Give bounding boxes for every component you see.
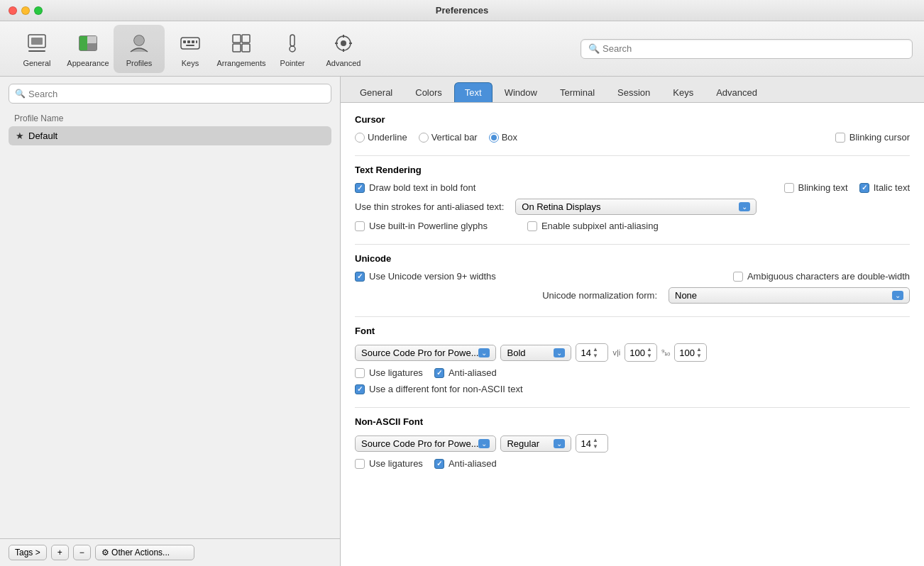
other-actions-button[interactable]: ⚙ Other Actions... xyxy=(95,545,194,560)
sidebar-search-box[interactable]: 🔍 xyxy=(9,84,331,104)
tab-advanced[interactable]: Advanced xyxy=(705,82,768,102)
diff-font-row: Use a different font for non-ASCII text xyxy=(355,384,910,394)
anti-aliased-label: Anti-aliased xyxy=(449,367,497,378)
non-ascii-size-up[interactable]: ▲ xyxy=(593,437,598,443)
main-layout: 🔍 Profile Name ★ Default Tags > + − ⚙ Ot… xyxy=(0,77,924,566)
font-name-value: Source Code Pro for Powe... xyxy=(361,348,478,358)
non-ascii-font-title: Non-ASCII Font xyxy=(355,416,910,427)
remove-profile-button[interactable]: − xyxy=(73,545,91,560)
font-main-row: Source Code Pro for Powe... ⌄ Bold ⌄ 14 … xyxy=(355,343,910,362)
ambiguous-label: Ambiguous characters are double-width xyxy=(747,271,910,282)
font-size-box[interactable]: 14 ▲ ▼ xyxy=(576,343,608,362)
maximize-button[interactable] xyxy=(34,6,43,15)
unicode-section: Unicode Use Unicode version 9+ widths Am… xyxy=(355,253,910,304)
tab-window[interactable]: Window xyxy=(494,82,548,102)
draw-bold-checkbox[interactable] xyxy=(355,183,365,193)
anti-aliased-checkbox[interactable] xyxy=(434,368,444,378)
h-stepper[interactable]: ▲ ▼ xyxy=(696,346,702,359)
subpixel-label: Enable subpixel anti-aliasing xyxy=(541,221,659,231)
toolbar-search-box[interactable]: 🔍 xyxy=(581,39,913,59)
font-style-select[interactable]: Bold ⌄ xyxy=(500,345,571,361)
non-ascii-anti-aliased-label: Anti-aliased xyxy=(449,458,497,469)
blinking-cursor-group: Blinking cursor xyxy=(835,132,910,143)
tab-keys[interactable]: Keys xyxy=(662,82,704,102)
normalization-row: Unicode normalization form: None ⌄ xyxy=(355,287,910,304)
arrangements-icon xyxy=(229,30,254,56)
h-down[interactable]: ▼ xyxy=(696,353,702,359)
vli-down[interactable]: ▼ xyxy=(647,353,652,359)
toolbar-profiles[interactable]: Profiles xyxy=(114,25,165,73)
toolbar-pointer[interactable]: Pointer xyxy=(267,25,318,73)
toolbar-general[interactable]: General xyxy=(11,25,62,73)
cursor-vertical-bar-radio[interactable] xyxy=(419,133,429,143)
non-ascii-anti-aliased-checkbox[interactable] xyxy=(434,459,444,469)
thin-strokes-select[interactable]: On Retina Displays ⌄ xyxy=(515,199,757,215)
normalization-value: None xyxy=(675,290,697,301)
font-size-up[interactable]: ▲ xyxy=(593,346,598,353)
add-profile-button[interactable]: + xyxy=(51,545,69,560)
toolbar-appearance[interactable]: Appearance xyxy=(62,25,114,73)
non-ascii-font-select[interactable]: Source Code Pro for Powe... ⌄ xyxy=(355,435,496,452)
use-unicode-checkbox[interactable] xyxy=(355,272,365,282)
content-body: Cursor Underline Vertical bar Box xyxy=(341,103,924,566)
non-ascii-ligatures-checkbox[interactable] xyxy=(355,459,365,469)
vli-up[interactable]: ▲ xyxy=(647,346,652,353)
non-ascii-size-box[interactable]: 14 ▲ ▼ xyxy=(576,434,608,453)
cursor-box-option[interactable]: Box xyxy=(489,132,517,143)
profile-item-default[interactable]: ★ Default xyxy=(9,126,331,145)
diff-font-checkbox[interactable] xyxy=(355,384,365,394)
sidebar: 🔍 Profile Name ★ Default Tags > + − ⚙ Ot… xyxy=(0,77,341,566)
font-name-select[interactable]: Source Code Pro for Powe... ⌄ xyxy=(355,345,496,361)
svg-rect-1 xyxy=(28,50,45,52)
tab-text[interactable]: Text xyxy=(454,82,493,102)
font-options-row1: Use ligatures Anti-aliased xyxy=(355,367,910,378)
h-up[interactable]: ▲ xyxy=(696,346,702,353)
anti-aliased-group: Anti-aliased xyxy=(434,367,497,378)
toolbar-general-label: General xyxy=(23,59,50,67)
normalization-select[interactable]: None ⌄ xyxy=(669,287,910,304)
tab-session[interactable]: Session xyxy=(607,82,661,102)
toolbar-appearance-label: Appearance xyxy=(67,59,109,67)
vli-stepper[interactable]: ▲ ▼ xyxy=(647,346,652,359)
sidebar-search-input[interactable] xyxy=(28,89,325,99)
non-ascii-style-select[interactable]: Regular ⌄ xyxy=(500,435,571,452)
tab-general[interactable]: General xyxy=(349,82,403,102)
ligatures-checkbox[interactable] xyxy=(355,368,365,378)
cursor-underline-option[interactable]: Underline xyxy=(355,132,407,143)
cursor-vertical-bar-option[interactable]: Vertical bar xyxy=(419,132,478,143)
toolbar-keys[interactable]: Keys xyxy=(165,25,216,73)
cursor-underline-radio[interactable] xyxy=(355,133,365,143)
h-value: 100 xyxy=(679,348,695,358)
subpixel-checkbox[interactable] xyxy=(527,221,537,231)
tab-terminal[interactable]: Terminal xyxy=(549,82,605,102)
cursor-box-radio[interactable] xyxy=(489,133,499,143)
tags-button[interactable]: Tags > xyxy=(9,545,47,560)
pointer-icon xyxy=(280,30,305,56)
close-button[interactable] xyxy=(9,6,17,15)
non-ascii-size-stepper[interactable]: ▲ ▼ xyxy=(593,437,598,450)
divider-2 xyxy=(355,244,910,245)
minimize-button[interactable] xyxy=(21,6,30,15)
italic-text-checkbox[interactable] xyxy=(859,183,869,193)
toolbar-arrangements[interactable]: Arrangements xyxy=(216,25,267,73)
blinking-text-checkbox[interactable] xyxy=(784,183,794,193)
h-value-box[interactable]: 100 ▲ ▼ xyxy=(674,343,707,362)
non-ascii-ligatures-label: Use ligatures xyxy=(369,458,423,469)
non-ascii-size-down[interactable]: ▼ xyxy=(593,443,598,450)
normalization-label: Unicode normalization form: xyxy=(542,290,657,301)
font-size-stepper[interactable]: ▲ ▼ xyxy=(593,346,598,359)
toolbar-pointer-label: Pointer xyxy=(280,59,305,67)
tab-colors[interactable]: Colors xyxy=(405,82,453,102)
toolbar-search-input[interactable] xyxy=(603,43,905,54)
powerline-checkbox[interactable] xyxy=(355,221,365,231)
vli-value-box[interactable]: 100 ▲ ▼ xyxy=(625,343,657,362)
blinking-cursor-checkbox[interactable] xyxy=(835,133,845,143)
svg-rect-17 xyxy=(233,44,241,52)
divider-4 xyxy=(355,407,910,408)
toolbar-advanced[interactable]: Advanced xyxy=(318,25,369,73)
font-size-down[interactable]: ▼ xyxy=(593,353,598,359)
non-ascii-ligatures-group: Use ligatures xyxy=(355,458,423,469)
traffic-lights xyxy=(9,6,43,15)
svg-rect-6 xyxy=(87,43,97,50)
ambiguous-checkbox[interactable] xyxy=(733,272,743,282)
